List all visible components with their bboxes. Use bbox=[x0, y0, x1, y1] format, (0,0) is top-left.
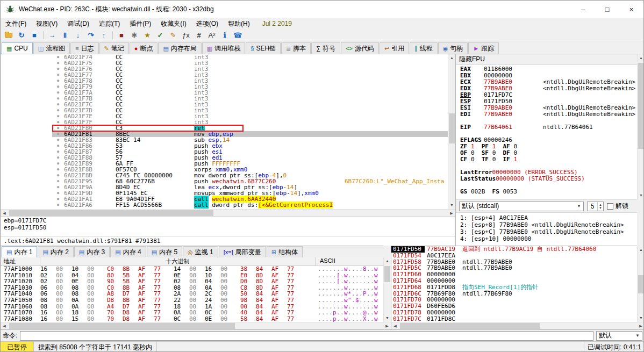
breakpoint-dot-icon[interactable]: ● bbox=[52, 178, 64, 184]
scrollbar-track[interactable] bbox=[638, 62, 644, 192]
tab-threads[interactable]: ∥线程 bbox=[410, 42, 438, 54]
breakpoint-dot-icon[interactable]: ● bbox=[52, 149, 64, 155]
registers-view[interactable]: EAX01186000EBX00000000ECX77B9ABE0<ntdll.… bbox=[456, 65, 637, 195]
dump-row[interactable]: 77AF10801600150070D8AF770C000E005884AF77… bbox=[1, 316, 383, 322]
tab-mem1[interactable]: ▤内存 1 bbox=[2, 246, 37, 257]
run-button[interactable]: → bbox=[46, 30, 59, 41]
info-button[interactable]: ℹ bbox=[218, 30, 231, 41]
registers-vertical-scrollbar[interactable]: ▲ ▼ bbox=[637, 54, 644, 199]
disasm-vertical-scrollbar[interactable]: ▲ ▼ bbox=[448, 54, 455, 209]
tab-references[interactable]: ↩引用 bbox=[380, 42, 409, 54]
tab-mem4[interactable]: ▤内存 4 bbox=[110, 246, 146, 257]
scrollbar-thumb[interactable] bbox=[638, 275, 644, 293]
tab-graph[interactable]: ◫流程图 bbox=[33, 42, 70, 54]
maximize-button[interactable]: □ bbox=[595, 1, 619, 18]
breakpoint-dot-icon[interactable]: ● bbox=[52, 161, 64, 167]
restart-button[interactable]: ↻ bbox=[15, 30, 28, 41]
breakpoint-dot-icon[interactable]: ● bbox=[52, 107, 64, 113]
disasm-horizontal-scrollbar[interactable]: ◀ ▶ bbox=[1, 209, 455, 217]
memory-dump-view[interactable]: 77AF100016001000C08BAF77140016003884AF77… bbox=[1, 266, 383, 322]
dump-row[interactable]: 77AF100016001000C08BAF77140016003884AF77… bbox=[1, 266, 383, 272]
stack-row[interactable]: 0171FD7800000000 bbox=[391, 310, 637, 316]
breakpoint-dot-icon[interactable]: ● bbox=[52, 78, 64, 84]
tab-log[interactable]: ≡日志 bbox=[70, 42, 98, 54]
unlock-checkbox[interactable]: 解锁 bbox=[607, 202, 628, 211]
arguments-view[interactable]: 1: [esp+4] A0C17EEA2: [esp+8] 77B9ABE0 <… bbox=[456, 212, 637, 246]
dump-horizontal-scrollbar[interactable]: ◀ ▶ bbox=[1, 322, 391, 329]
scrollbar-thumb[interactable] bbox=[400, 323, 540, 329]
dump-vertical-scrollbar[interactable]: ▲ ▼ bbox=[383, 257, 391, 322]
tab-trace[interactable]: ►跟踪 bbox=[468, 42, 499, 54]
stack-row[interactable]: 0171FD54A0C17EEA bbox=[391, 253, 637, 259]
register-row[interactable]: LastStatus00000000 (STATUS_SUCCESS) bbox=[456, 176, 637, 182]
scroll-left-arrow-icon[interactable]: ◀ bbox=[1, 322, 8, 329]
argument-row[interactable]: 1: [esp+4] A0C17EEA bbox=[456, 214, 637, 221]
tab-watch1[interactable]: ◎监视 1 bbox=[183, 246, 218, 257]
spinner-arrows-icon[interactable]: ▲▼ bbox=[597, 202, 603, 211]
register-row[interactable]: EDI77B9ABE0<ntdll.DbgUiRemoteBreakin> bbox=[456, 111, 637, 118]
scroll-right-arrow-icon[interactable]: ▶ bbox=[448, 210, 455, 217]
pause-button[interactable]: Ⅱ bbox=[59, 30, 71, 41]
scroll-right-arrow-icon[interactable]: ▶ bbox=[637, 322, 644, 329]
breakpoint-dot-icon[interactable]: ● bbox=[52, 137, 64, 143]
scrollbar-thumb[interactable] bbox=[9, 323, 235, 329]
tab-struct[interactable]: ⊞结构体 bbox=[267, 246, 303, 257]
register-row[interactable]: CF 0 TF 0 IF 1 bbox=[456, 156, 637, 163]
functions-button[interactable]: ƒx bbox=[180, 30, 192, 41]
menu-debug[interactable]: 调试(D) bbox=[62, 18, 94, 30]
menu-plugins[interactable]: 插件(P) bbox=[125, 18, 156, 30]
scrollbar-thumb[interactable] bbox=[9, 210, 213, 216]
tab-mem3[interactable]: ▤内存 3 bbox=[74, 246, 110, 257]
close-debuggee-button[interactable]: ■ bbox=[28, 30, 41, 41]
tab-memory-map[interactable]: ▤内存布局 bbox=[158, 42, 201, 54]
breakpoint-dot-icon[interactable]: ● bbox=[52, 196, 64, 202]
breakpoint-dot-icon[interactable]: ● bbox=[52, 102, 64, 107]
open-file-button[interactable] bbox=[2, 30, 15, 41]
disassembly-view[interactable]: ●6AD21F74CCint3●6AD21F75CCint3●6AD21F76C… bbox=[1, 54, 448, 209]
calculator-button[interactable]: ☎ bbox=[231, 30, 244, 41]
breakpoint-dot-icon[interactable]: ● bbox=[52, 84, 64, 90]
disasm-row[interactable]: ●6AD21FA6FF15 ACD5566Bcall dword ptr ds:… bbox=[1, 202, 448, 208]
dump-row[interactable]: 77AF105008000A00D88BAF77220024009884AF77… bbox=[1, 297, 383, 304]
preferences-check-button[interactable]: ✓ bbox=[154, 30, 167, 41]
settings-button[interactable]: ✱ bbox=[128, 30, 141, 41]
argument-row[interactable]: 3: [esp+C] 77B9ABE0 <ntdll.DbgUiRemoteBr… bbox=[456, 228, 637, 235]
font-size-button[interactable]: A² bbox=[205, 30, 218, 41]
scrollbar-track[interactable] bbox=[8, 322, 383, 329]
tab-cpu[interactable]: ▦CPU bbox=[2, 42, 33, 54]
breakpoint-dot-icon[interactable]: ● bbox=[52, 155, 64, 161]
breakpoint-dot-icon[interactable]: ● bbox=[52, 60, 64, 66]
scroll-down-arrow-icon[interactable]: ▼ bbox=[638, 314, 644, 322]
tab-call-stack[interactable]: ▥调用堆栈 bbox=[202, 42, 245, 54]
edit-log-button[interactable]: ✎ bbox=[167, 30, 180, 41]
breakpoint-dot-icon[interactable]: ● bbox=[52, 190, 64, 196]
scroll-left-arrow-icon[interactable]: ◀ bbox=[391, 322, 399, 329]
tab-source[interactable]: <>源代码 bbox=[341, 42, 379, 54]
scroll-up-arrow-icon[interactable]: ▲ bbox=[638, 54, 644, 62]
menu-options[interactable]: 选项(O) bbox=[191, 18, 223, 30]
calling-convention-select[interactable]: 默认 (stdcall) ▼ bbox=[459, 202, 584, 211]
args-count-spinner[interactable]: 5 ▲▼ bbox=[587, 202, 604, 211]
tab-locals[interactable]: [x=]局部变量 bbox=[219, 246, 266, 257]
tab-notes[interactable]: ✎笔记 bbox=[99, 42, 129, 54]
breakpoint-dot-icon[interactable]: ● bbox=[52, 184, 64, 190]
breakpoint-dot-icon[interactable]: ● bbox=[52, 119, 64, 125]
menu-help[interactable]: 帮助(H) bbox=[223, 18, 255, 30]
register-row[interactable]: EDX77B9ABE0<ntdll.DbgUiRemoteBreakin> bbox=[456, 85, 637, 92]
breakpoint-dot-icon[interactable]: ● bbox=[52, 96, 64, 102]
argument-row[interactable]: 4: [esp+10] 00000000 bbox=[456, 235, 637, 242]
tab-breakpoints[interactable]: ●断点 bbox=[130, 42, 158, 54]
scrollbar-thumb[interactable] bbox=[638, 63, 644, 149]
scroll-down-arrow-icon[interactable]: ▼ bbox=[638, 192, 644, 199]
hash-button[interactable]: # bbox=[192, 30, 205, 41]
breakpoint-dot-icon[interactable]: ● bbox=[52, 143, 64, 149]
register-row[interactable]: EBP0171FD7C bbox=[456, 92, 637, 98]
step-over-button[interactable]: ↷ bbox=[84, 30, 97, 41]
stack-row[interactable]: 0171FD680171FDD8指向SEH_Record[1]的指针 bbox=[391, 284, 637, 291]
register-row[interactable]: EIP77B64061ntdll.77B64061 bbox=[456, 124, 637, 131]
register-row[interactable] bbox=[456, 131, 637, 137]
breakpoint-dot-icon[interactable]: ● bbox=[52, 113, 64, 119]
breakpoint-dot-icon[interactable]: ● bbox=[52, 202, 64, 208]
breakpoint-dot-icon[interactable]: ● bbox=[52, 54, 64, 60]
scrollbar-track[interactable] bbox=[638, 254, 644, 314]
